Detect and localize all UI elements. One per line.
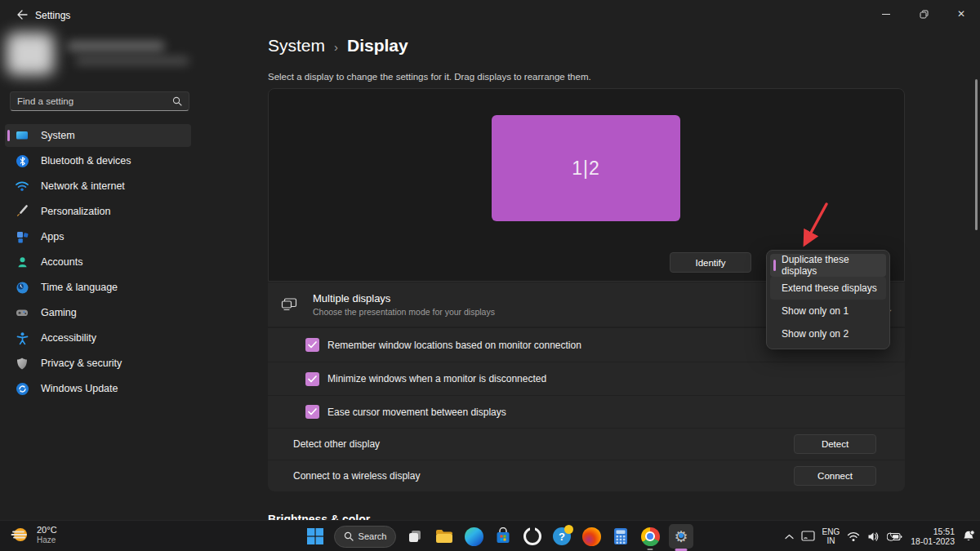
tray-clock[interactable]: 15:5118-01-2023 <box>911 527 955 547</box>
shield-icon <box>15 356 29 371</box>
check-icon <box>308 341 317 349</box>
user-email-blurred <box>75 56 189 65</box>
sidebar-item-accounts[interactable]: Accounts <box>5 251 191 273</box>
scrollbar-thumb[interactable] <box>975 79 978 230</box>
breadcrumb-chevron-icon: › <box>334 40 338 54</box>
sidebar-item-label: Network & internet <box>41 180 125 192</box>
user-avatar[interactable] <box>7 33 54 75</box>
tray-chevron-up-button[interactable] <box>785 534 794 540</box>
sidebar-item-accessibility[interactable]: Accessibility <box>5 327 191 349</box>
running-indicator <box>648 549 653 551</box>
search-input[interactable] <box>11 96 172 106</box>
menu-item-show-only-2[interactable]: Show only on 2 <box>770 322 886 345</box>
language-line1: ENG <box>822 527 840 536</box>
connect-button[interactable]: Connect <box>794 466 876 486</box>
menu-item-extend[interactable]: Extend these displays <box>770 277 886 300</box>
cast-icon <box>801 531 815 542</box>
speaker-icon <box>867 531 880 542</box>
back-button[interactable] <box>10 6 34 24</box>
monitor-preview[interactable]: 1|2 <box>492 115 680 221</box>
sidebar-item-label: Apps <box>41 231 65 242</box>
sidebar-nav: System Bluetooth & devices Network & int… <box>5 124 191 402</box>
ease-cursor-checkbox[interactable] <box>305 405 319 419</box>
page-title: Display <box>347 36 408 56</box>
calculator-button[interactable] <box>610 526 631 547</box>
settings-window: Settings ✕ <box>0 0 980 551</box>
checkbox-label: Minimize windows when a monitor is disco… <box>327 373 546 384</box>
ease-cursor-row: Ease cursor movement between displays <box>268 396 905 428</box>
sidebar-item-gaming[interactable]: Gaming <box>5 301 191 324</box>
tray-volume-button[interactable] <box>867 531 880 542</box>
tray-battery-button[interactable] <box>887 531 903 542</box>
sidebar-item-network[interactable]: Network & internet <box>5 175 191 198</box>
wireless-display-row: Connect to a wireless display Connect <box>268 460 905 491</box>
chrome-button[interactable] <box>639 526 661 547</box>
file-explorer-icon <box>434 527 454 545</box>
store-icon <box>494 527 512 545</box>
sidebar-item-apps[interactable]: Apps <box>5 225 191 248</box>
taskbar-search-label: Search <box>359 531 387 541</box>
tray-cast-button[interactable] <box>801 531 815 542</box>
wireless-display-label: Connect to a wireless display <box>293 470 420 482</box>
settings-search[interactable] <box>10 91 189 111</box>
sidebar-item-label: Accounts <box>41 256 82 268</box>
edge-browser-button[interactable] <box>463 526 484 547</box>
sidebar-item-label: Bluetooth & devices <box>41 155 131 167</box>
tray-notifications-button[interactable] <box>962 530 975 543</box>
weather-temp: 20°C <box>37 525 57 535</box>
edge-icon <box>465 527 483 546</box>
notification-bell-icon <box>962 530 975 543</box>
taskbar: 20°C Haze Search <box>0 520 980 551</box>
remember-window-locations-checkbox[interactable] <box>305 338 319 352</box>
chrome-icon <box>641 527 660 546</box>
detect-display-label: Detect other display <box>293 438 380 450</box>
sidebar-item-privacy[interactable]: Privacy & security <box>5 352 191 375</box>
language-indicator[interactable]: ENGIN <box>822 527 840 545</box>
minimize-windows-checkbox[interactable] <box>305 372 319 386</box>
chevron-up-icon <box>785 534 794 540</box>
file-explorer-button[interactable] <box>434 526 455 547</box>
firefox-button[interactable] <box>581 526 602 547</box>
tray-time: 15:51 <box>933 527 955 536</box>
microsoft-store-button[interactable] <box>492 526 514 547</box>
titlebar: Settings ✕ <box>0 0 980 29</box>
user-name-blurred <box>67 41 165 51</box>
task-view-button[interactable] <box>404 526 425 547</box>
sidebar-item-bluetooth[interactable]: Bluetooth & devices <box>5 149 191 172</box>
monitor-label: 1|2 <box>572 158 600 180</box>
restore-button[interactable] <box>905 0 942 28</box>
sidebar-item-label: Accessibility <box>41 332 96 344</box>
minimize-button[interactable] <box>867 0 905 28</box>
identify-button[interactable]: Identify <box>670 252 751 273</box>
sidebar-item-windows-update[interactable]: Windows Update <box>5 377 191 400</box>
sidebar-item-personalization[interactable]: Personalization <box>5 200 191 223</box>
sidebar-item-label: Time & language <box>41 282 118 293</box>
start-button[interactable] <box>305 526 326 547</box>
close-button[interactable]: ✕ <box>942 0 980 28</box>
breadcrumb: System › Display <box>268 36 408 56</box>
help-app-button[interactable]: ? <box>551 526 572 547</box>
tray-date: 18-01-2023 <box>911 536 955 546</box>
settings-app-button[interactable]: ⚙ <box>669 524 693 549</box>
menu-item-show-only-1[interactable]: Show only on 1 <box>770 300 886 322</box>
sidebar-item-system[interactable]: System <box>5 124 191 147</box>
menu-item-duplicate[interactable]: Duplicate these displays <box>770 254 886 277</box>
sidebar-item-time-language[interactable]: Time & language <box>5 276 191 299</box>
minimize-windows-row: Minimize windows when a monitor is disco… <box>268 362 905 395</box>
detect-button[interactable]: Detect <box>794 434 876 454</box>
ring-app-button[interactable] <box>522 526 543 547</box>
sidebar-item-label: Privacy & security <box>41 358 122 369</box>
taskbar-weather-widget[interactable]: 20°C Haze <box>10 524 57 545</box>
check-icon <box>308 408 317 415</box>
tray-wifi-button[interactable] <box>847 531 860 542</box>
sidebar-item-label: Personalization <box>41 206 110 217</box>
checkbox-label: Remember window locations based on monit… <box>327 340 581 351</box>
restore-icon <box>920 10 929 19</box>
taskbar-search[interactable]: Search <box>334 526 396 548</box>
breadcrumb-system[interactable]: System <box>268 36 325 56</box>
windows-logo-icon <box>306 527 324 545</box>
system-monitor-icon <box>15 128 29 143</box>
sidebar: System Bluetooth & devices Network & int… <box>0 29 196 520</box>
update-icon <box>15 381 29 396</box>
wifi-icon <box>15 179 29 193</box>
